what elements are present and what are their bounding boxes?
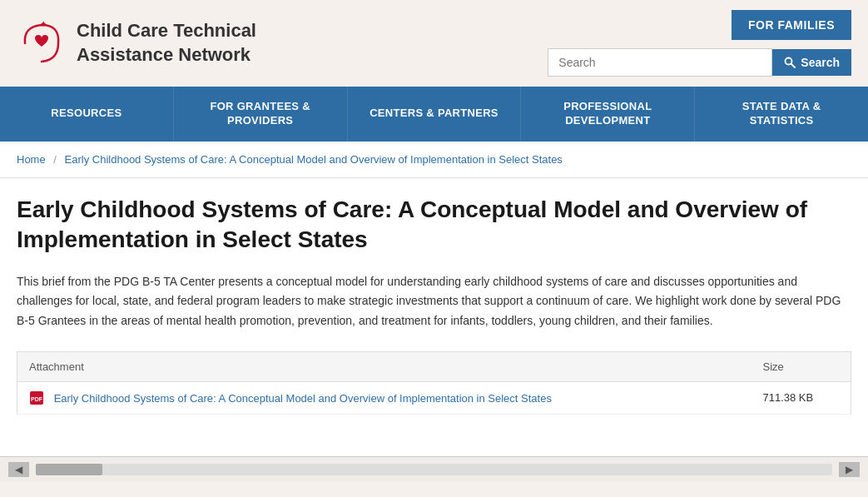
attachment-link[interactable]: Early Childhood Systems of Care: A Conce… bbox=[54, 391, 552, 404]
nav-resources[interactable]: RESOURCES bbox=[0, 87, 174, 142]
header-right: FOR FAMILIES Search bbox=[548, 10, 851, 77]
search-bar: Search bbox=[548, 48, 851, 77]
attachment-size: 711.38 KB bbox=[751, 381, 851, 414]
breadcrumb-current-page: Early Childhood Systems of Care: A Conce… bbox=[65, 153, 563, 166]
page-title: Early Childhood Systems of Care: A Conce… bbox=[17, 195, 851, 256]
main-content: Early Childhood Systems of Care: A Conce… bbox=[0, 178, 868, 456]
breadcrumb: Home / Early Childhood Systems of Care: … bbox=[0, 142, 868, 178]
breadcrumb-home-link[interactable]: Home bbox=[17, 153, 46, 166]
scroll-right-button[interactable]: ▶ bbox=[839, 462, 860, 477]
nav-grantees[interactable]: FOR GRANTEES & PROVIDERS bbox=[174, 87, 348, 142]
nav-state-data[interactable]: STATE DATA & STATISTICS bbox=[695, 87, 868, 142]
logo-icon: ✦ bbox=[17, 18, 67, 68]
scroll-thumb bbox=[36, 464, 102, 475]
breadcrumb-separator: / bbox=[53, 153, 57, 166]
scroll-left-button[interactable]: ◀ bbox=[8, 462, 29, 477]
logo-title: Child Care Technical Assistance Network bbox=[77, 19, 256, 67]
nav-centers[interactable]: CENTERS & PARTNERS bbox=[348, 87, 522, 142]
svg-line-2 bbox=[791, 64, 796, 68]
nav-professional[interactable]: PROFESSIONAL DEVELOPMENT bbox=[521, 87, 695, 142]
search-input[interactable] bbox=[548, 48, 772, 77]
attachment-row: PDF Early Childhood Systems of Care: A C… bbox=[17, 381, 851, 414]
pdf-icon: PDF bbox=[29, 390, 44, 405]
svg-text:PDF: PDF bbox=[31, 396, 43, 402]
attachment-table: Attachment Size PDF Early Childhood Syst… bbox=[17, 351, 851, 415]
scroll-track[interactable] bbox=[36, 464, 832, 475]
main-nav: RESOURCES FOR GRANTEES & PROVIDERS CENTE… bbox=[0, 87, 868, 142]
search-icon bbox=[784, 57, 796, 68]
for-families-button[interactable]: FOR FAMILIES bbox=[732, 10, 851, 40]
page-header: ✦ Child Care Technical Assistance Networ… bbox=[0, 0, 868, 87]
page-description: This brief from the PDG B-5 TA Center pr… bbox=[17, 272, 851, 331]
search-button[interactable]: Search bbox=[772, 49, 851, 76]
logo-area: ✦ Child Care Technical Assistance Networ… bbox=[17, 18, 256, 68]
attachment-cell: PDF Early Childhood Systems of Care: A C… bbox=[17, 381, 751, 414]
svg-text:✦: ✦ bbox=[40, 19, 47, 28]
size-col-header: Size bbox=[751, 351, 851, 381]
attachment-col-header: Attachment bbox=[17, 351, 751, 381]
horizontal-scrollbar: ◀ ▶ bbox=[0, 456, 868, 482]
